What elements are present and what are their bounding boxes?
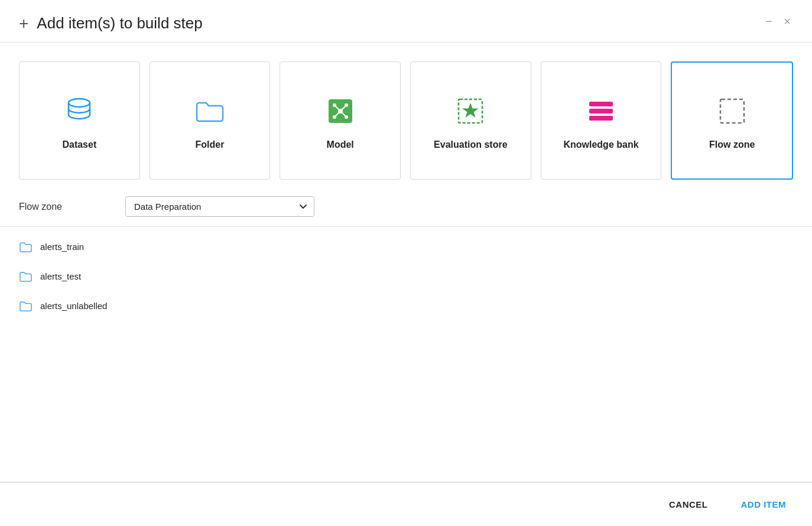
dialog: + Add item(s) to build step − × Dataset <box>0 0 812 526</box>
model-icon <box>323 93 358 129</box>
close-button[interactable]: × <box>781 13 793 30</box>
model-label: Model <box>327 139 354 150</box>
type-card-folder[interactable]: Folder <box>150 61 271 180</box>
flowzone-icon <box>714 93 750 129</box>
dialog-body: Dataset Folder <box>0 43 812 482</box>
flowzone-label: Flow zone <box>709 139 755 150</box>
type-card-evaluation-store[interactable]: Evaluation store <box>410 61 531 180</box>
knowledgebank-label: Knowledge bank <box>563 139 638 150</box>
dataset-label: Dataset <box>62 139 96 150</box>
flow-zone-select[interactable]: Data Preparation Training Evaluation Sco… <box>125 196 314 217</box>
knowledgebank-icon <box>583 93 619 129</box>
svg-rect-15 <box>589 116 613 121</box>
svg-marker-12 <box>462 103 479 118</box>
svg-point-0 <box>69 99 90 107</box>
header-actions: − × <box>763 13 793 30</box>
dialog-footer: CANCEL ADD ITEM <box>0 482 812 526</box>
list-item[interactable]: alerts_train <box>0 232 812 261</box>
add-icon: + <box>19 15 28 32</box>
cancel-button[interactable]: CANCEL <box>662 495 715 514</box>
minimize-button[interactable]: − <box>763 13 775 30</box>
dataset-icon <box>61 93 97 129</box>
list-item[interactable]: alerts_unlabelled <box>0 291 812 320</box>
flow-zone-field: Flow zone Data Preparation Training Eval… <box>0 191 812 226</box>
list-item-name-2: alerts_unlabelled <box>40 301 107 311</box>
items-list: alerts_train alerts_test alerts_unlabell… <box>0 227 812 482</box>
list-item[interactable]: alerts_test <box>0 261 812 291</box>
evalstore-label: Evaluation store <box>434 139 507 150</box>
folder-icon <box>192 93 228 129</box>
svg-rect-13 <box>589 102 613 106</box>
type-card-knowledge-bank[interactable]: Knowledge bank <box>541 61 662 180</box>
type-selector: Dataset Folder <box>0 43 812 191</box>
add-item-button[interactable]: ADD ITEM <box>734 495 794 514</box>
type-card-model[interactable]: Model <box>280 61 401 180</box>
type-card-flow-zone[interactable]: Flow zone <box>671 61 793 180</box>
folder-zone-icon-0 <box>19 240 32 253</box>
flow-zone-field-label: Flow zone <box>19 202 125 212</box>
svg-rect-14 <box>589 109 613 113</box>
dialog-header: + Add item(s) to build step − × <box>0 0 812 43</box>
svg-rect-16 <box>720 99 744 123</box>
folder-label: Folder <box>196 139 225 150</box>
folder-zone-icon-1 <box>19 270 32 283</box>
list-item-name-1: alerts_test <box>40 271 81 281</box>
evalstore-icon <box>453 93 488 129</box>
type-card-dataset[interactable]: Dataset <box>19 61 140 180</box>
dialog-title: Add item(s) to build step <box>37 14 202 33</box>
folder-zone-icon-2 <box>19 299 32 312</box>
list-item-name-0: alerts_train <box>40 242 84 252</box>
